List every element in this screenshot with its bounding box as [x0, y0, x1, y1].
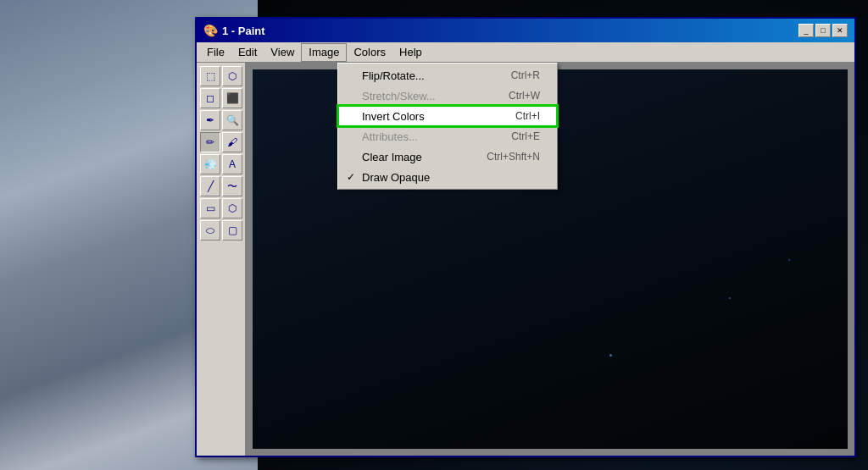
stretch-skew-label: Stretch/Skew... [362, 90, 436, 102]
title-bar: 🎨 1 - Paint _ □ ✕ [197, 19, 854, 42]
clear-image-label: Clear Image [362, 151, 422, 163]
menu-view[interactable]: View [264, 43, 301, 62]
tool-fill[interactable]: ⬛ [222, 88, 242, 108]
tool-airbrush[interactable]: 💨 [200, 154, 220, 174]
draw-opaque-label: Draw Opaque [362, 171, 430, 184]
tool-rect[interactable]: ▭ [200, 198, 220, 218]
invert-colors-shortcut: Ctrl+I [515, 110, 540, 122]
menu-item-stretch-skew[interactable]: Stretch/Skew... Ctrl+W [338, 86, 557, 106]
menu-colors[interactable]: Colors [347, 43, 392, 62]
tool-select-rect[interactable]: ⬚ [200, 66, 220, 86]
flip-rotate-label: Flip/Rotate... [362, 69, 425, 82]
tool-polygon[interactable]: ⬡ [222, 198, 242, 218]
menu-item-invert-colors[interactable]: Invert Colors Ctrl+I [338, 106, 557, 126]
tool-select-free[interactable]: ⬡ [222, 66, 242, 86]
tool-rounded-rect[interactable]: ▢ [222, 220, 242, 241]
paint-window: 🎨 1 - Paint _ □ ✕ File Edit View Image C… [195, 17, 856, 457]
tool-ellipse[interactable]: ⬭ [200, 220, 220, 241]
menu-image[interactable]: Image [301, 43, 347, 62]
tools-panel: ⬚ ⬡ ◻ ⬛ ✒ 🔍 ✏ 🖌 💨 A ╱ 〜 ▭ ⬡ ⬭ ▢ [197, 63, 246, 456]
tool-line[interactable]: ╱ [200, 176, 220, 196]
attributes-label: Attributes... [362, 130, 418, 143]
menu-item-attributes[interactable]: Attributes... Ctrl+E [338, 126, 557, 147]
menu-item-clear-image[interactable]: Clear Image Ctrl+Shft+N [338, 147, 557, 167]
tool-brush[interactable]: 🖌 [222, 132, 242, 152]
app-icon: 🎨 [203, 24, 217, 37]
minimize-button[interactable]: _ [798, 24, 814, 37]
flip-rotate-shortcut: Ctrl+R [511, 69, 540, 81]
menu-item-flip-rotate[interactable]: Flip/Rotate... Ctrl+R [338, 65, 557, 86]
maximize-button[interactable]: □ [815, 24, 831, 37]
stretch-skew-shortcut: Ctrl+W [509, 90, 540, 102]
invert-colors-label: Invert Colors [362, 110, 425, 123]
tool-pencil[interactable]: ✏ [200, 132, 220, 152]
tool-text[interactable]: A [222, 154, 242, 174]
window-controls: _ □ ✕ [798, 24, 848, 37]
clear-image-shortcut: Ctrl+Shft+N [487, 151, 540, 163]
image-dropdown-menu: Flip/Rotate... Ctrl+R Stretch/Skew... Ct… [337, 63, 558, 190]
tool-curve[interactable]: 〜 [222, 176, 242, 196]
draw-opaque-check: ✓ [347, 171, 355, 183]
attributes-shortcut: Ctrl+E [511, 130, 540, 142]
menu-help[interactable]: Help [392, 43, 429, 62]
menu-item-draw-opaque[interactable]: ✓ Draw Opaque [338, 167, 557, 187]
menu-bar: File Edit View Image Colors Help [197, 42, 854, 63]
menu-edit[interactable]: Edit [231, 43, 264, 62]
menu-file[interactable]: File [200, 43, 231, 62]
tool-eraser[interactable]: ◻ [200, 88, 220, 108]
tool-magnify[interactable]: 🔍 [222, 110, 242, 130]
tool-pick-color[interactable]: ✒ [200, 110, 220, 130]
window-title: 1 - Paint [222, 25, 793, 37]
close-button[interactable]: ✕ [832, 24, 848, 37]
